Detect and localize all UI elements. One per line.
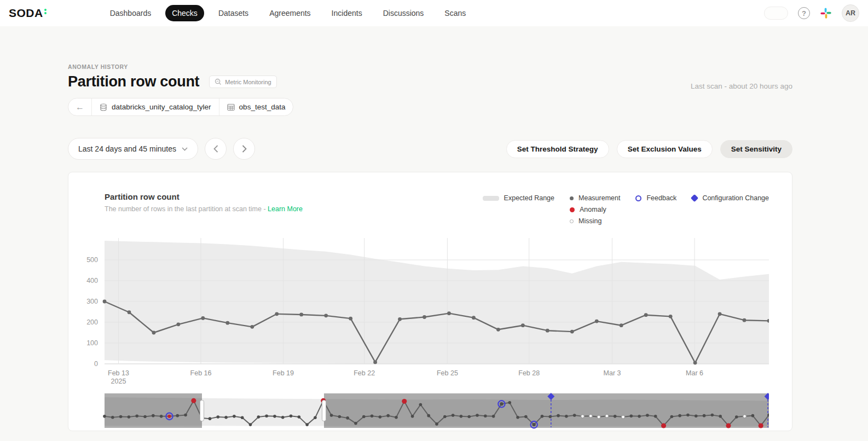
minimap-anomaly-point[interactable] <box>759 423 763 428</box>
minimap-anomaly-point[interactable] <box>726 423 731 428</box>
minimap-point[interactable] <box>135 414 138 417</box>
minimap-point[interactable] <box>103 415 106 418</box>
minimap-point[interactable] <box>751 414 755 417</box>
minimap-point[interactable] <box>305 423 309 426</box>
minimap-feedback-point[interactable] <box>167 415 171 418</box>
minimap-point[interactable] <box>524 415 528 419</box>
minimap-point[interactable] <box>411 415 414 418</box>
measurement-point[interactable] <box>669 315 673 318</box>
measurement-point[interactable] <box>250 325 254 329</box>
minimap-point[interactable] <box>630 414 633 417</box>
minimap-point[interactable] <box>241 416 244 420</box>
measurement-point[interactable] <box>496 328 500 332</box>
minimap-point[interactable] <box>265 414 268 417</box>
minimap-point[interactable] <box>362 415 366 419</box>
measurement-point[interactable] <box>373 361 377 364</box>
learn-more-link[interactable]: Learn More <box>268 205 303 213</box>
minimap-point[interactable] <box>614 415 617 418</box>
minimap-point[interactable] <box>711 414 714 417</box>
minimap-point[interactable] <box>111 416 114 419</box>
measurement-point[interactable] <box>570 330 574 334</box>
minimap-anomaly-point[interactable] <box>191 398 196 403</box>
minimap-missing-point[interactable] <box>622 415 625 419</box>
nav-item-checks[interactable]: Checks <box>165 5 204 21</box>
nav-item-agreements[interactable]: Agreements <box>263 5 317 21</box>
minimap-selected-region[interactable] <box>324 393 769 428</box>
measurement-point[interactable] <box>324 314 328 317</box>
minimap-point[interactable] <box>516 416 519 419</box>
breadcrumb-datasource[interactable]: databricks_unity_catalog_tyler <box>91 98 219 115</box>
nav-item-dashboards[interactable]: Dashboards <box>103 5 158 21</box>
measurement-point[interactable] <box>447 311 451 315</box>
minimap-point[interactable] <box>703 414 706 417</box>
minimap-missing-point[interactable] <box>597 415 600 419</box>
legend-measurement[interactable]: Measurement <box>570 194 620 202</box>
minimap-anomaly-point[interactable] <box>402 399 407 404</box>
legend-configuration-change[interactable]: Configuration Change <box>692 194 769 202</box>
measurement-point[interactable] <box>595 320 599 323</box>
minimap-point[interactable] <box>395 416 398 419</box>
minimap-point[interactable] <box>330 414 333 417</box>
measurement-point[interactable] <box>275 312 279 316</box>
minimap-point[interactable] <box>484 414 487 417</box>
minimap-point[interactable] <box>419 403 423 407</box>
minimap-point[interactable] <box>119 415 123 419</box>
measurement-point[interactable] <box>423 315 426 319</box>
minimap-point[interactable] <box>476 414 479 417</box>
measurement-point[interactable] <box>152 331 156 335</box>
minimap-point[interactable] <box>314 416 317 420</box>
help-icon[interactable]: ? <box>798 7 810 19</box>
minimap-point[interactable] <box>128 415 131 419</box>
minimap-point[interactable] <box>249 423 252 426</box>
minimap-missing-point[interactable] <box>743 415 747 418</box>
minimap-feedback-point[interactable] <box>532 423 535 426</box>
measurement-point[interactable] <box>644 313 648 317</box>
nav-item-discussions[interactable]: Discussions <box>377 5 431 21</box>
legend-expected-range[interactable]: Expected Range <box>483 194 554 202</box>
minimap-point[interactable] <box>678 414 681 417</box>
measurement-point[interactable] <box>103 300 107 304</box>
soda-logo[interactable]: SODA <box>9 7 47 20</box>
minimap-point[interactable] <box>298 415 301 419</box>
time-range-selector[interactable]: Last 24 days and 45 minutes <box>68 138 198 160</box>
theme-toggle-pill[interactable] <box>764 7 788 20</box>
minimap-point[interactable] <box>160 415 163 418</box>
minimap-point[interactable] <box>735 415 738 419</box>
minimap-point[interactable] <box>152 414 155 417</box>
minimap-point[interactable] <box>290 414 293 417</box>
minimap-navigator[interactable] <box>68 392 769 430</box>
minimap-point[interactable] <box>354 422 357 425</box>
minimap-missing-point[interactable] <box>605 414 609 417</box>
minimap-point[interactable] <box>379 415 382 419</box>
minimap-point[interactable] <box>224 416 228 419</box>
minimap-point[interactable] <box>209 417 212 420</box>
minimap-feedback-point[interactable] <box>500 402 503 405</box>
minimap-point[interactable] <box>670 415 674 419</box>
slack-icon[interactable] <box>820 7 832 19</box>
minimap-point[interactable] <box>686 414 690 417</box>
minimap-point[interactable] <box>573 414 576 417</box>
measurement-point[interactable] <box>743 318 747 322</box>
minimap-point[interactable] <box>565 415 568 418</box>
minimap-point[interactable] <box>548 415 552 419</box>
measurement-point[interactable] <box>546 329 549 333</box>
minimap-point[interactable] <box>557 414 560 417</box>
nav-item-incidents[interactable]: Incidents <box>325 5 369 21</box>
minimap-point[interactable] <box>216 415 219 419</box>
minimap-brush-handle[interactable] <box>200 401 204 421</box>
minimap-anomaly-point[interactable] <box>661 423 666 428</box>
measurement-point[interactable] <box>620 323 623 327</box>
minimap-point[interactable] <box>346 416 349 420</box>
minimap-point[interactable] <box>460 415 463 418</box>
minimap-point[interactable] <box>176 414 179 417</box>
next-period-button[interactable] <box>233 138 255 160</box>
measurement-point[interactable] <box>398 317 402 321</box>
measurement-point[interactable] <box>299 313 303 317</box>
nav-item-scans[interactable]: Scans <box>438 5 472 21</box>
minimap-point[interactable] <box>508 401 511 404</box>
minimap-missing-point[interactable] <box>581 415 584 418</box>
minimap-point[interactable] <box>386 414 390 417</box>
minimap-point[interactable] <box>435 422 438 426</box>
minimap-point[interactable] <box>281 416 285 419</box>
minimap-point[interactable] <box>654 415 657 418</box>
